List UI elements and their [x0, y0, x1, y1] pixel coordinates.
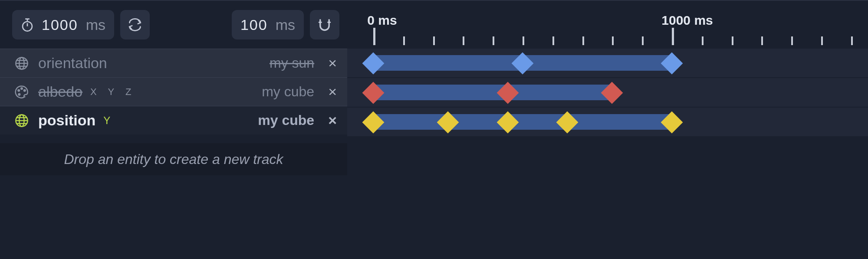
duration-input[interactable]: 1000 ms — [12, 10, 114, 39]
ruler-tick-major — [373, 28, 375, 45]
snap-unit: ms — [276, 16, 295, 33]
ruler-tick-minor — [821, 36, 823, 45]
timeline-toolbar: 1000 ms 100 ms — [0, 1, 347, 49]
track-axes: X Y Z — [90, 86, 135, 98]
ruler-tick-minor — [761, 36, 763, 45]
palette-icon — [13, 85, 30, 99]
snap-toggle-button[interactable] — [310, 10, 339, 39]
svg-point-13 — [24, 89, 26, 91]
ruler-tick-minor — [791, 36, 793, 45]
track-row[interactable]: albedoX Y Zmy cube× — [0, 77, 347, 106]
ruler-tick-minor — [642, 36, 644, 45]
track-row[interactable]: orientationmy sun× — [0, 49, 347, 77]
tracks-list: orientationmy sun×albedoX Y Zmy cube×pos… — [0, 49, 347, 134]
ruler-tick-minor — [702, 36, 704, 45]
loop-button[interactable] — [120, 10, 150, 39]
time-ruler[interactable]: 0 ms1000 ms2000 ms — [347, 1, 868, 49]
timeline-lane[interactable] — [347, 108, 868, 136]
snap-value: 100 — [240, 16, 268, 33]
ruler-label: 0 ms — [367, 13, 397, 28]
globe-icon — [13, 56, 30, 71]
ruler-tick-minor — [732, 36, 733, 45]
track-property-name: albedoX Y Z — [38, 83, 135, 100]
ruler-tick-minor — [523, 36, 524, 45]
svg-point-12 — [21, 88, 23, 89]
track-segment[interactable] — [373, 85, 612, 100]
track-axes: Y — [103, 115, 110, 127]
snap-input[interactable]: 100 ms — [232, 10, 304, 39]
remove-track-icon[interactable]: × — [328, 83, 337, 100]
ruler-tick-minor — [582, 36, 584, 45]
timeline-lane[interactable] — [347, 49, 868, 77]
track-property-name: orientation — [38, 55, 107, 72]
animation-timeline: 1000 ms 100 ms — [0, 0, 868, 259]
drop-track-hint[interactable]: Drop an entity to create a new track — [0, 143, 347, 175]
ruler-tick-minor — [552, 36, 554, 45]
stopwatch-icon — [21, 17, 34, 32]
svg-point-14 — [19, 93, 20, 95]
track-entity-name: my cube — [258, 112, 314, 128]
ruler-tick-minor — [493, 36, 494, 45]
remove-track-icon[interactable]: × — [328, 55, 337, 72]
ruler-tick-major — [672, 28, 674, 45]
ruler-tick-minor — [433, 36, 435, 45]
track-property-name: positionY — [38, 112, 110, 129]
track-row[interactable]: positionYmy cube× — [0, 106, 347, 134]
track-segment[interactable] — [373, 114, 672, 130]
magnet-icon — [317, 18, 332, 32]
svg-point-11 — [18, 89, 20, 91]
timeline-lane[interactable] — [347, 78, 868, 107]
ruler-tick-minor — [612, 36, 614, 45]
timeline-panel[interactable]: 0 ms1000 ms2000 ms — [347, 1, 868, 259]
timeline-lanes — [347, 49, 868, 137]
ruler-tick-minor — [851, 36, 853, 45]
track-panel: 1000 ms 100 ms — [0, 1, 347, 259]
track-entity-name: my sun — [270, 55, 314, 71]
ruler-tick-minor — [463, 36, 464, 45]
duration-unit: ms — [86, 16, 105, 33]
globe-icon — [13, 113, 30, 128]
remove-track-icon[interactable]: × — [328, 112, 337, 129]
track-entity-name: my cube — [262, 84, 314, 100]
ruler-label: 1000 ms — [661, 13, 713, 28]
loop-icon — [128, 18, 142, 31]
ruler-tick-minor — [403, 36, 405, 45]
duration-value: 1000 — [42, 16, 78, 33]
